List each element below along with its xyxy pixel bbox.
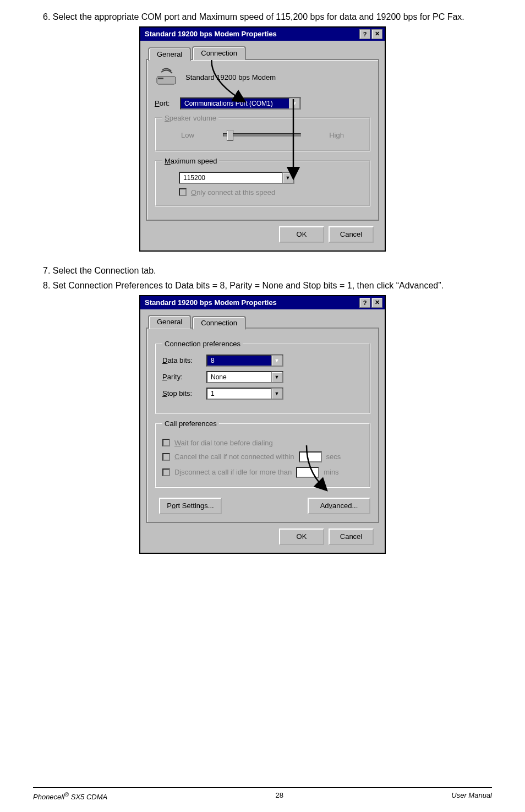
maximum-speed-legend: Maximum speed — [162, 157, 219, 165]
max-speed-value: 115200 — [180, 174, 282, 182]
dialog2-tabs: General Connection — [148, 315, 379, 329]
volume-low-label: Low — [181, 131, 194, 139]
secs-label: secs — [326, 453, 341, 461]
mins-label: mins — [324, 468, 338, 476]
data-bits-combobox[interactable]: 8 ▼ — [206, 355, 283, 367]
tab-general[interactable]: General — [148, 315, 191, 329]
speaker-volume-legend: Speaker volume — [162, 114, 218, 122]
footer-product: Phonecell® SX5 CDMA — [33, 791, 107, 801]
footer-page-number: 28 — [276, 791, 283, 801]
chevron-down-icon: ▼ — [271, 388, 282, 399]
tab-connection[interactable]: Connection — [192, 316, 246, 330]
cancel-call-checkbox[interactable] — [162, 453, 170, 461]
stop-bits-value: 1 — [207, 390, 271, 397]
port-label: Port: — [155, 99, 174, 107]
speaker-volume-group: Speaker volume Low High — [155, 114, 370, 151]
call-preferences-legend: Call preferences — [162, 419, 219, 428]
port-settings-label: Port Settings... — [167, 502, 214, 510]
modem-name-label: Standard 19200 bps Modem — [185, 73, 276, 81]
stop-bits-combobox[interactable]: 1 ▼ — [206, 388, 283, 400]
close-button[interactable]: ✕ — [371, 29, 382, 39]
dialog1-titlebar: Standard 19200 bps Modem Properties ? ✕ — [140, 28, 385, 41]
connection-preferences-legend: Connection preferences — [162, 340, 243, 348]
port-combobox[interactable]: Communications Port (COM1) ▼ — [180, 97, 301, 110]
dialog1-title: Standard 19200 bps Modem Properties — [143, 30, 358, 38]
modem-properties-general-dialog: Standard 19200 bps Modem Properties ? ✕ … — [139, 26, 386, 252]
stop-bits-label: Stop bits: — [162, 389, 201, 397]
dialog2-connection-panel: Connection preferences Data bits: 8 ▼ Pa… — [146, 328, 379, 523]
help-button[interactable]: ? — [359, 298, 370, 308]
wait-dial-label: Wait for dial tone before dialing — [174, 439, 273, 447]
footer-right: User Manual — [451, 791, 492, 801]
maximum-speed-group: Maximum speed — [155, 157, 370, 206]
port-settings-button[interactable]: Port Settings... — [159, 498, 222, 514]
data-bits-label: Data bits: — [162, 356, 201, 364]
chevron-down-icon: ▼ — [271, 372, 282, 383]
disconnect-idle-mins-input[interactable] — [296, 467, 319, 478]
close-button[interactable]: ✕ — [371, 298, 382, 308]
svg-rect-1 — [158, 78, 163, 79]
tab-connection[interactable]: Connection — [192, 46, 246, 60]
dialog1-general-panel: Standard 19200 bps Modem Port: Communica… — [146, 59, 379, 221]
ok-button[interactable]: OK — [279, 226, 324, 243]
dialog1-tabs: General Connection — [148, 46, 379, 60]
volume-slider[interactable] — [223, 133, 301, 137]
dialog2-titlebar: Standard 19200 bps Modem Properties ? ✕ — [140, 296, 385, 309]
only-connect-checkbox[interactable] — [179, 188, 187, 196]
advanced-label: Advanced... — [320, 502, 358, 510]
port-value: Communications Port (COM1) — [181, 100, 289, 107]
tab-general[interactable]: General — [148, 47, 191, 61]
chevron-down-icon: ▼ — [289, 98, 300, 109]
volume-slider-thumb[interactable] — [227, 130, 233, 141]
modem-properties-connection-dialog: Standard 19200 bps Modem Properties ? ✕ … — [139, 295, 386, 554]
only-connect-label: Only connect at this speed — [191, 188, 275, 197]
advanced-button[interactable]: Advanced... — [308, 498, 370, 514]
modem-icon — [155, 68, 178, 88]
connection-preferences-group: Connection preferences Data bits: 8 ▼ Pa… — [155, 340, 370, 414]
chevron-down-icon: ▼ — [282, 172, 293, 183]
instruction-6: 6. Select the appropriate COM port and M… — [33, 11, 492, 23]
disconnect-idle-label: Disconnect a call if idle for more than — [174, 468, 292, 476]
cancel-call-label: Cancel the call if not connected within — [174, 453, 294, 461]
instruction-7: 7. Select the Connection tab. — [33, 265, 492, 277]
max-speed-combobox[interactable]: 115200 ▼ — [179, 172, 294, 184]
data-bits-value: 8 — [207, 357, 271, 364]
cancel-call-seconds-input[interactable] — [299, 451, 322, 462]
instruction-8: 8. Set Connection Preferences to Data bi… — [33, 280, 492, 292]
page-footer: Phonecell® SX5 CDMA 28 User Manual — [33, 787, 492, 801]
volume-high-label: High — [329, 131, 344, 139]
help-button[interactable]: ? — [359, 29, 370, 39]
cancel-button[interactable]: Cancel — [329, 226, 374, 243]
chevron-down-icon: ▼ — [271, 355, 282, 366]
cancel-button[interactable]: Cancel — [329, 528, 374, 545]
parity-value: None — [207, 373, 271, 381]
disconnect-idle-checkbox[interactable] — [162, 468, 170, 476]
dialog2-title: Standard 19200 bps Modem Properties — [143, 298, 358, 307]
wait-dial-checkbox[interactable] — [162, 439, 170, 446]
call-preferences-group: Call preferences Wait for dial tone befo… — [155, 419, 370, 488]
parity-combobox[interactable]: None ▼ — [206, 371, 283, 383]
parity-label: Parity: — [162, 373, 201, 381]
ok-button[interactable]: OK — [279, 528, 324, 545]
